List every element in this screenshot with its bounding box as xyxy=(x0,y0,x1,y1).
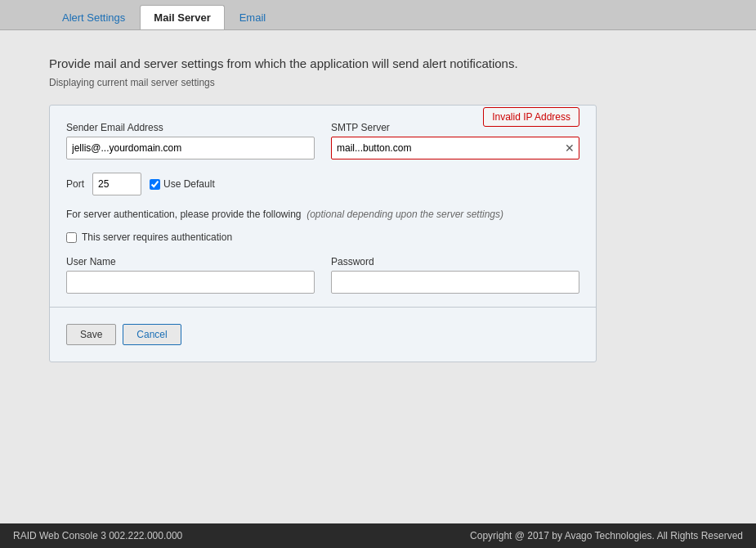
username-input[interactable] xyxy=(66,271,315,294)
sender-email-input[interactable] xyxy=(66,137,315,159)
sender-email-label: Sender Email Address xyxy=(66,122,315,133)
use-default-checkbox[interactable] xyxy=(150,179,160,190)
requires-auth-label: This server requires authentication xyxy=(82,231,232,243)
form-divider xyxy=(50,307,596,308)
tab-alert-settings[interactable]: Alert Settings xyxy=(49,5,138,29)
credentials-row: User Name Password xyxy=(66,256,579,294)
email-smtp-row: Sender Email Address SMTP Server Invalid… xyxy=(66,122,579,159)
footer-left: RAID Web Console 3 002.222.000.000 xyxy=(13,530,182,541)
sender-email-group: Sender Email Address xyxy=(66,122,315,159)
smtp-clear-button[interactable]: ✕ xyxy=(563,142,576,154)
page-subtitle: Displaying current mail server settings xyxy=(49,77,707,88)
password-input[interactable] xyxy=(331,271,579,294)
requires-auth-row: This server requires authentication xyxy=(66,231,579,243)
port-label: Port xyxy=(66,178,84,190)
footer: RAID Web Console 3 002.222.000.000 Copyr… xyxy=(0,523,756,548)
main-content: Provide mail and server settings from wh… xyxy=(0,29,756,523)
password-label: Password xyxy=(331,256,579,267)
footer-right: Copyright @ 2017 by Avago Technologies. … xyxy=(470,530,743,541)
password-group: Password xyxy=(331,256,579,294)
username-label: User Name xyxy=(66,256,315,267)
smtp-input-row: Invalid IP Address ✕ xyxy=(331,137,579,159)
smtp-server-input[interactable] xyxy=(331,137,579,159)
invalid-ip-tooltip: Invalid IP Address xyxy=(483,107,579,127)
cancel-button[interactable]: Cancel xyxy=(123,324,181,345)
tab-mail-server[interactable]: Mail Server xyxy=(140,5,224,29)
username-group: User Name xyxy=(66,256,315,294)
tab-bar: Alert Settings Mail Server Email xyxy=(0,0,756,29)
auth-note: For server authentication, please provid… xyxy=(66,209,579,220)
smtp-wrapper: Invalid IP Address ✕ xyxy=(331,137,579,159)
port-row: Port Use Default xyxy=(66,173,579,195)
button-row: Save Cancel xyxy=(66,321,579,345)
port-input[interactable] xyxy=(92,173,141,195)
page-title: Provide mail and server settings from wh… xyxy=(49,55,621,72)
smtp-server-group: SMTP Server Invalid IP Address ✕ xyxy=(331,122,579,159)
use-default-label[interactable]: Use Default xyxy=(150,178,215,190)
save-button[interactable]: Save xyxy=(66,324,116,345)
tab-email[interactable]: Email xyxy=(226,5,280,29)
requires-auth-checkbox[interactable] xyxy=(66,232,77,243)
form-card: Sender Email Address SMTP Server Invalid… xyxy=(49,105,597,362)
